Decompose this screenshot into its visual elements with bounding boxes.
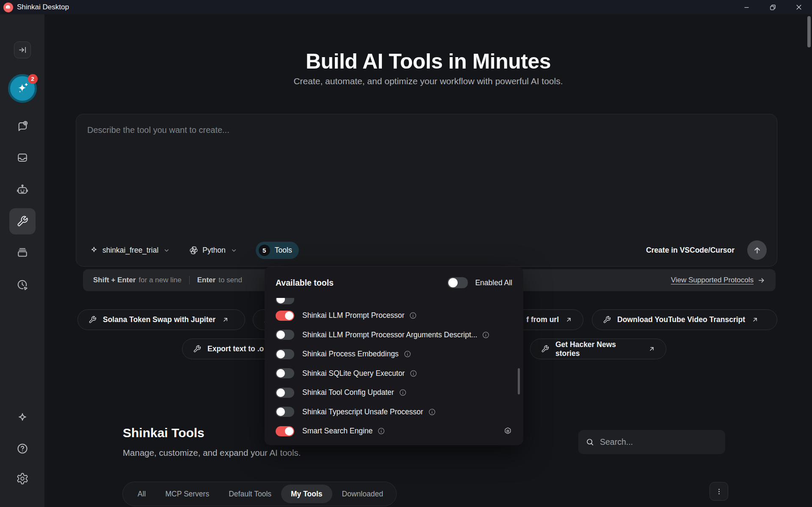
tools-tab-downloaded[interactable]: Downloaded xyxy=(332,485,393,503)
hint-enter: Enter xyxy=(197,276,215,284)
sidebar-item-new-chat[interactable] xyxy=(16,120,29,132)
view-supported-protocols-link[interactable]: View Supported Protocols xyxy=(671,276,765,284)
tab-label: Default Tools xyxy=(229,490,271,499)
sidebar-item-scheduled-tasks[interactable] xyxy=(16,278,29,291)
minimize-button[interactable] xyxy=(733,0,760,14)
tools-search[interactable] xyxy=(578,430,725,454)
wrench-icon xyxy=(193,345,201,353)
arrow-up-right-icon xyxy=(222,316,229,323)
sidebar-item-ai-agent[interactable]: 2 xyxy=(8,74,37,103)
tool-toggle[interactable] xyxy=(276,388,294,398)
tool-toggle[interactable] xyxy=(276,407,294,417)
arrow-bar-right-icon xyxy=(18,46,27,54)
info-icon[interactable] xyxy=(377,427,385,435)
tool-label: Shinkai LLM Prompt Processor xyxy=(302,311,404,320)
arrow-right-icon xyxy=(757,276,765,284)
language-selector[interactable]: Python xyxy=(189,246,237,255)
search-input[interactable] xyxy=(600,437,718,447)
chip-label: Download YouTube Video Transcript xyxy=(617,315,745,324)
tool-toggle[interactable] xyxy=(276,349,294,359)
gear-icon xyxy=(16,472,29,485)
wrench-icon xyxy=(603,316,611,324)
sidebar: 2 xyxy=(0,14,44,507)
hint-new-line: for a new line xyxy=(139,276,182,284)
archive-box-icon xyxy=(16,246,28,259)
tool-row: Shinkai LLM Prompt Processor Arguments D… xyxy=(276,325,512,345)
app-logo-icon xyxy=(3,3,13,12)
notification-badge: 2 xyxy=(28,74,38,84)
tool-row: Smart Search Engine xyxy=(276,422,512,439)
suggestion-chip-youtube[interactable]: Download YouTube Video Transcript xyxy=(592,309,777,330)
arrow-up-right-icon xyxy=(648,345,655,353)
tool-toggle[interactable] xyxy=(276,426,294,436)
sidebar-item-agents[interactable] xyxy=(16,183,29,196)
sidebar-item-discover[interactable] xyxy=(16,412,28,424)
wrench-icon xyxy=(88,316,97,324)
restore-button[interactable] xyxy=(760,0,786,14)
popup-scrollbar-thumb[interactable] xyxy=(518,368,520,394)
titlebar: Shinkai Desktop xyxy=(0,0,812,14)
info-icon[interactable] xyxy=(403,350,412,358)
prompt-input[interactable] xyxy=(81,119,771,234)
chevron-down-icon xyxy=(163,247,170,253)
sidebar-item-tools[interactable] xyxy=(9,208,36,234)
suggestion-chip-hacker-news[interactable]: Get Hacker News stories xyxy=(530,339,666,359)
tool-toggle[interactable] xyxy=(276,330,294,340)
tool-row: Shinkai Tool Config Updater xyxy=(276,383,512,402)
tools-count-button[interactable]: 5 Tools xyxy=(256,242,299,259)
agent-selector-value: shinkai_free_trial xyxy=(102,246,158,255)
tool-toggle[interactable] xyxy=(276,311,294,321)
python-icon xyxy=(189,246,198,255)
tools-tab-all[interactable]: All xyxy=(128,485,155,503)
tool-toggle[interactable] xyxy=(276,298,294,304)
tool-row xyxy=(276,298,512,306)
chat-plus-icon xyxy=(16,120,29,132)
tool-toggle[interactable] xyxy=(276,368,294,378)
tool-config-icon[interactable] xyxy=(503,427,512,435)
sparkles-icon xyxy=(16,82,29,95)
tool-row: Shinkai Typescript Unsafe Processor xyxy=(276,402,512,422)
available-tools-header: Available tools Enabled All xyxy=(265,267,523,292)
enable-all-toggle[interactable] xyxy=(447,277,468,288)
info-icon[interactable] xyxy=(482,331,490,339)
info-icon[interactable] xyxy=(409,311,417,320)
help-circle-icon xyxy=(16,442,29,455)
sidebar-item-help[interactable] xyxy=(16,442,29,455)
composer-card: shinkai_free_trial Python 5 Tools xyxy=(76,114,777,267)
close-button[interactable] xyxy=(786,0,812,14)
tools-tab-default-tools[interactable]: Default Tools xyxy=(219,485,281,503)
page-subtitle: Create, automate, and optimize your work… xyxy=(44,76,812,86)
tab-label: Downloaded xyxy=(342,490,383,499)
info-icon[interactable] xyxy=(409,369,417,377)
available-tools-title: Available tools xyxy=(276,278,447,288)
tool-label: Shinkai Tool Config Updater xyxy=(302,388,394,397)
chip-label: Solana Token Swap with Jupiter xyxy=(103,315,215,324)
suggestion-chip-solana[interactable]: Solana Token Swap with Jupiter xyxy=(77,309,245,330)
tool-row: Shinkai SQLite Query Executor xyxy=(276,364,512,383)
tool-label: Shinkai SQLite Query Executor xyxy=(302,369,405,378)
tool-label: Shinkai Typescript Unsafe Processor xyxy=(302,408,423,416)
info-icon[interactable] xyxy=(428,408,436,416)
send-button[interactable] xyxy=(747,240,767,260)
tools-tab-my-tools[interactable]: My Tools xyxy=(281,485,332,503)
sparkle-icon xyxy=(90,246,98,254)
chip-label: Get Hacker News stories xyxy=(555,340,642,358)
available-tools-list: Shinkai LLM Prompt Processor Shinkai LLM… xyxy=(265,298,523,439)
create-in-vscode-button[interactable]: Create in VSCode/Cursor xyxy=(646,246,735,255)
kebab-menu-icon xyxy=(715,488,723,496)
sparkle-icon xyxy=(16,412,28,424)
sidebar-item-mcp[interactable] xyxy=(16,246,28,259)
sidebar-item-inbox[interactable] xyxy=(16,152,28,164)
sidebar-expand-button[interactable] xyxy=(14,41,31,58)
wrench-icon xyxy=(541,345,549,353)
info-icon[interactable] xyxy=(399,389,407,397)
window-scrollbar-thumb[interactable] xyxy=(807,16,811,47)
more-options-button[interactable] xyxy=(710,482,728,501)
enable-all-control: Enabled All xyxy=(447,277,512,288)
tools-tab-mcp-servers[interactable]: MCP Servers xyxy=(155,485,219,503)
tool-label: Shinkai LLM Prompt Processor Arguments D… xyxy=(302,331,477,339)
agent-selector[interactable]: shinkai_free_trial xyxy=(90,246,170,255)
arrow-up-icon xyxy=(752,245,762,255)
sidebar-item-settings[interactable] xyxy=(16,472,29,485)
chip-label: f from url xyxy=(526,315,559,324)
